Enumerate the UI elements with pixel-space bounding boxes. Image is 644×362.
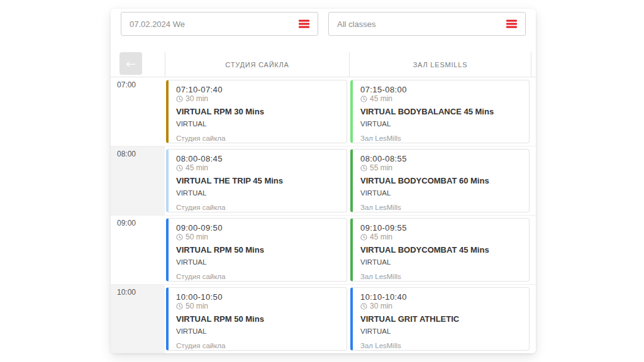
clock-icon [360,165,367,172]
schedule-row: 10:00 10:00-10:50 50 min VIRTUAL RPM 50 … [111,284,536,353]
clock-icon [176,234,183,241]
page: ← СТУДИЯ САЙКЛА ЗАЛ LESMILLS 07:00 07:10… [0,0,644,362]
class-duration: 50 min [176,233,339,241]
class-location: Студия сайкла [176,204,339,212]
class-duration-text: 45 min [186,164,208,172]
class-location: Зал LesMills [360,342,521,350]
class-location: Студия сайкла [176,342,339,350]
filter-bar [111,9,536,36]
class-subtitle: VIRTUAL [176,120,339,128]
class-filter-input[interactable] [329,19,525,29]
class-title: VIRTUAL RPM 50 Mins [176,245,339,255]
class-title: VIRTUAL BODYCOMBAT 60 Mins [360,176,521,185]
class-time-range: 09:10-09:55 [360,223,521,233]
schedule-row: 07:00 07:10-07:40 30 min VIRTUAL RPM 30 … [111,77,536,146]
class-subtitle: VIRTUAL [176,327,339,336]
class-duration: 50 min [176,302,339,310]
class-card[interactable]: 09:10-09:55 45 min VIRTUAL BODYCOMBAT 45… [350,218,530,282]
class-title: VIRTUAL RPM 50 Mins [176,314,339,324]
clock-icon [176,96,183,102]
class-card[interactable]: 10:00-10:50 50 min VIRTUAL RPM 50 Mins V… [166,287,347,351]
schedule-cell: 10:10-10:40 30 min VIRTUAL GRIT ATHLETIC… [349,285,531,353]
back-button[interactable]: ← [119,52,142,75]
date-filter[interactable] [121,12,318,36]
class-card[interactable]: 08:00-08:55 55 min VIRTUAL BODYCOMBAT 60… [350,149,530,212]
class-duration: 30 min [176,95,339,103]
schedule-cell: 08:00-08:45 45 min VIRTUAL THE TRIP 45 M… [165,146,349,215]
class-duration-text: 45 min [370,95,392,103]
class-card[interactable]: 07:10-07:40 30 min VIRTUAL RPM 30 Mins V… [166,80,347,143]
clock-icon [360,96,367,102]
schedule-cell: 07:15-08:00 45 min VIRTUAL BODYBALANCE 4… [349,77,531,146]
schedule-cell: 09:00-09:50 50 min VIRTUAL RPM 50 Mins V… [165,216,349,284]
class-subtitle: VIRTUAL [176,189,339,197]
class-time-range: 10:10-10:40 [360,292,521,302]
time-label: 07:00 [111,77,165,146]
back-cell: ← [111,52,165,77]
clock-icon [360,234,367,241]
class-time-range: 08:00-08:45 [176,154,339,163]
class-duration-text: 45 min [370,233,392,241]
class-subtitle: VIRTUAL [360,258,521,266]
class-duration-text: 55 min [370,164,392,172]
class-time-range: 10:00-10:50 [176,292,339,302]
class-card[interactable]: 10:10-10:40 30 min VIRTUAL GRIT ATHLETIC… [350,287,530,351]
class-location: Зал LesMills [360,134,521,143]
class-duration: 30 min [360,302,521,310]
class-location: Студия сайкла [176,134,339,143]
class-location: Зал LesMills [360,204,521,212]
class-duration: 45 min [360,95,521,103]
class-title: VIRTUAL GRIT ATHLETIC [360,314,521,324]
class-subtitle: VIRTUAL [360,120,521,128]
class-duration: 45 min [360,233,521,241]
schedule-row: 08:00 08:00-08:45 45 min VIRTUAL THE TRI… [111,146,536,215]
column-header-cycle-studio: СТУДИЯ САЙКЛА [165,52,349,77]
clock-icon [360,303,367,310]
time-label: 09:00 [111,216,165,284]
class-card[interactable]: 09:00-09:50 50 min VIRTUAL RPM 50 Mins V… [166,218,347,282]
class-time-range: 07:10-07:40 [176,85,339,94]
schedule-panel: ← СТУДИЯ САЙКЛА ЗАЛ LESMILLS 07:00 07:10… [111,9,536,353]
time-label: 08:00 [111,146,165,215]
time-label: 10:00 [111,285,165,353]
class-title: VIRTUAL RPM 30 Mins [176,107,339,116]
class-duration-text: 50 min [186,302,208,310]
back-arrow-icon: ← [126,57,136,70]
class-filter[interactable] [328,12,526,36]
class-time-range: 09:00-09:50 [176,223,339,233]
class-title: VIRTUAL THE TRIP 45 Mins [176,176,339,185]
class-time-range: 08:00-08:55 [360,154,521,163]
schedule-cell: 09:10-09:55 45 min VIRTUAL BODYCOMBAT 45… [349,216,531,284]
class-card[interactable]: 08:00-08:45 45 min VIRTUAL THE TRIP 45 M… [166,149,347,212]
date-filter-menu-icon[interactable] [299,20,309,28]
clock-icon [176,303,183,310]
class-duration-text: 30 min [186,95,208,103]
class-subtitle: VIRTUAL [176,258,339,266]
schedule-cell: 10:00-10:50 50 min VIRTUAL RPM 50 Mins V… [165,285,349,353]
clock-icon [176,165,183,172]
class-card[interactable]: 07:15-08:00 45 min VIRTUAL BODYBALANCE 4… [350,80,530,143]
column-header-lesmills-hall: ЗАЛ LESMILLS [349,52,531,77]
class-duration-text: 50 min [186,233,208,241]
class-duration-text: 30 min [370,302,392,310]
class-filter-menu-icon[interactable] [506,20,517,28]
schedule-cell: 08:00-08:55 55 min VIRTUAL BODYCOMBAT 60… [349,146,531,215]
class-time-range: 07:15-08:00 [360,85,521,94]
date-filter-input[interactable] [121,19,318,29]
class-duration: 45 min [176,164,339,172]
class-duration: 55 min [360,164,521,172]
class-title: VIRTUAL BODYBALANCE 45 Mins [360,107,521,116]
class-subtitle: VIRTUAL [360,327,521,336]
schedule-cell: 07:10-07:40 30 min VIRTUAL RPM 30 Mins V… [165,77,349,146]
grid-header: ← СТУДИЯ САЙКЛА ЗАЛ LESMILLS [111,52,536,77]
class-location: Зал LesMills [360,273,521,281]
class-location: Студия сайкла [176,273,339,281]
schedule-row: 09:00 09:00-09:50 50 min VIRTUAL RPM 50 … [111,215,536,284]
class-title: VIRTUAL BODYCOMBAT 45 Mins [360,245,521,255]
schedule-rows: 07:00 07:10-07:40 30 min VIRTUAL RPM 30 … [111,77,536,353]
class-subtitle: VIRTUAL [360,189,521,197]
